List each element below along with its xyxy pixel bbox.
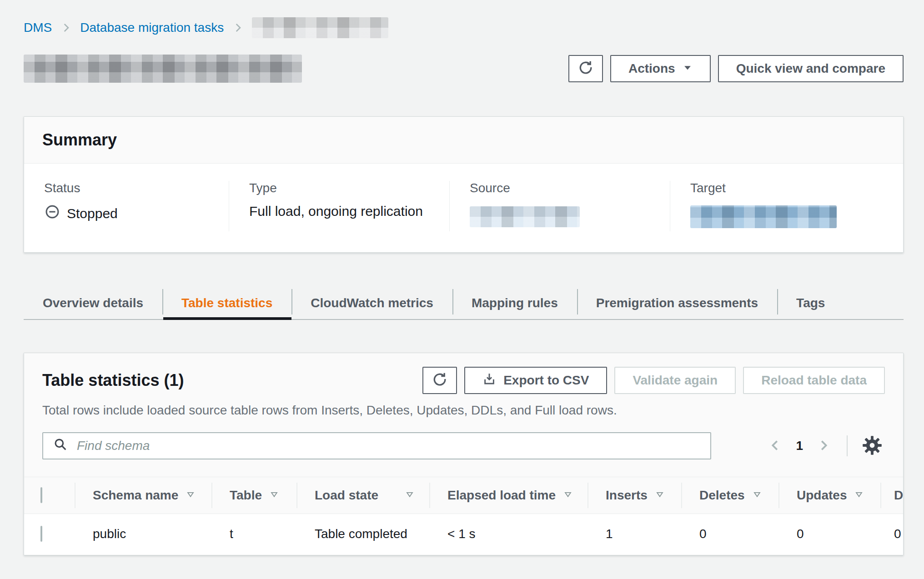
column-header-elapsed-load-time[interactable]: Elapsed load time [429, 477, 588, 514]
reload-table-data-button[interactable]: Reload table data [743, 367, 885, 394]
table-statistics-title: Table statistics (1) [42, 371, 184, 390]
status-value: Stopped [67, 206, 118, 221]
column-header-deletes[interactable]: Deletes [681, 477, 778, 514]
breadcrumb-redacted-task-name [252, 17, 388, 38]
table-row: public t Table completed < 1 s 1 0 0 0 [24, 514, 904, 555]
page-header: Actions Quick view and compare [24, 55, 904, 83]
export-to-csv-label: Export to CSV [503, 373, 589, 388]
cell-deletes: 0 [681, 514, 778, 555]
type-label: Type [249, 181, 449, 195]
preferences-button[interactable] [861, 434, 883, 458]
table-statistics-description: Total rows include loaded source table r… [42, 403, 885, 418]
row-checkbox[interactable] [40, 526, 42, 542]
cell-load-state: Table completed [296, 514, 429, 555]
summary-field-source: Source [449, 181, 670, 231]
next-page-button[interactable] [810, 439, 837, 454]
reload-table-data-label: Reload table data [761, 373, 867, 388]
previous-page-button[interactable] [762, 439, 788, 454]
page-title-redacted [24, 55, 302, 83]
table-statistics-table: Schema name Table Load state [24, 477, 904, 555]
tab-table-statistics[interactable]: Table statistics [162, 287, 291, 319]
summary-panel: Summary Status Stopped Type Full load, o… [24, 116, 904, 253]
actions-button[interactable]: Actions [610, 55, 711, 82]
cell-elapsed-load-time: < 1 s [429, 514, 588, 555]
select-all-checkbox[interactable] [40, 487, 42, 503]
tab-mapping-rules[interactable]: Mapping rules [452, 287, 577, 319]
schema-search-box[interactable] [42, 432, 711, 459]
summary-field-status: Status Stopped [24, 181, 229, 231]
dms-task-page: DMS Database migration tasks Actions [0, 0, 924, 555]
cell-ddls: 0 [880, 514, 904, 555]
sort-icon [854, 488, 864, 503]
target-value-redacted-link[interactable] [690, 205, 837, 228]
chevron-left-icon [768, 439, 782, 454]
quick-view-and-compare-button[interactable]: Quick view and compare [718, 55, 904, 82]
sort-icon [405, 488, 415, 503]
table-header-row: Schema name Table Load state [24, 477, 904, 514]
tab-cloudwatch-metrics[interactable]: CloudWatch metrics [291, 287, 452, 319]
type-value: Full load, ongoing replication [249, 204, 423, 219]
refresh-button[interactable] [568, 55, 603, 82]
source-value-redacted-link[interactable] [470, 206, 580, 227]
gear-icon [861, 434, 883, 458]
table-refresh-button[interactable] [422, 367, 457, 394]
pagination: 1 [762, 434, 885, 458]
sort-icon [563, 488, 573, 503]
circle-minus-stopped-icon [44, 204, 60, 223]
summary-header: Summary [24, 117, 903, 164]
column-header-updates[interactable]: Updates [778, 477, 880, 514]
search-icon [53, 437, 68, 455]
summary-title: Summary [42, 130, 885, 150]
cell-inserts: 1 [588, 514, 681, 555]
column-header-ddls[interactable]: DDLs [880, 477, 904, 514]
refresh-icon [432, 371, 447, 390]
table-statistics-header: Table statistics (1) [24, 353, 903, 477]
target-label: Target [690, 181, 903, 195]
column-header-table[interactable]: Table [211, 477, 296, 514]
source-label: Source [470, 181, 670, 195]
export-to-csv-button[interactable]: Export to CSV [464, 367, 607, 394]
current-page-number: 1 [788, 439, 810, 453]
schema-search-input[interactable] [76, 438, 700, 454]
quick-view-button-label: Quick view and compare [736, 61, 885, 76]
status-label: Status [44, 181, 229, 195]
column-header-inserts[interactable]: Inserts [588, 477, 681, 514]
chevron-right-icon [232, 22, 244, 34]
summary-body: Status Stopped Type Full load, ongoing r… [24, 164, 903, 252]
cell-table: t [211, 514, 296, 555]
validate-again-button[interactable]: Validate again [614, 367, 736, 394]
table-statistics-actions: Export to CSV Validate again Reload tabl… [422, 367, 885, 394]
table-filter-row: 1 [42, 432, 885, 459]
sort-icon [752, 488, 762, 503]
cell-updates: 0 [778, 514, 880, 555]
summary-field-target: Target [670, 181, 903, 231]
refresh-icon [578, 60, 593, 78]
task-detail-tabs: Overview details Table statistics CloudW… [24, 287, 904, 320]
cell-schema-name: public [75, 514, 211, 555]
breadcrumb-link-dms[interactable]: DMS [24, 20, 52, 35]
column-header-schema-name[interactable]: Schema name [75, 477, 211, 514]
actions-button-label: Actions [628, 61, 675, 76]
tab-tags[interactable]: Tags [777, 287, 844, 319]
tab-overview-details[interactable]: Overview details [24, 287, 162, 319]
validate-again-label: Validate again [633, 373, 718, 388]
pagination-divider [847, 435, 848, 456]
column-header-load-state[interactable]: Load state [296, 477, 429, 514]
breadcrumb: DMS Database migration tasks [24, 17, 904, 38]
table-statistics-panel: Table statistics (1) [24, 353, 904, 555]
sort-icon [186, 488, 196, 503]
summary-field-type: Type Full load, ongoing replication [229, 181, 449, 231]
header-actions: Actions Quick view and compare [568, 55, 904, 82]
breadcrumb-link-tasks[interactable]: Database migration tasks [80, 20, 224, 35]
chevron-right-icon [817, 439, 830, 454]
download-icon [482, 372, 496, 389]
chevron-right-icon [60, 22, 72, 34]
tab-premigration-assessments[interactable]: Premigration assessments [577, 287, 777, 319]
caret-down-icon [683, 61, 693, 76]
sort-icon [655, 488, 665, 503]
sort-icon [269, 488, 279, 503]
